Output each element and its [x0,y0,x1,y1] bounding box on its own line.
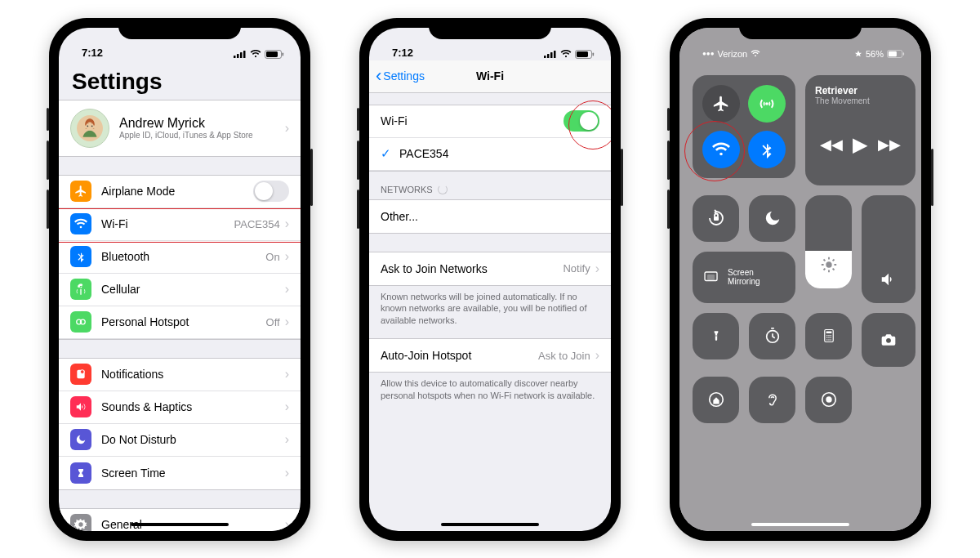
auto-join-hotspot-row[interactable]: Auto-Join Hotspot Ask to Join › [369,339,611,372]
wifi-status-icon [751,50,760,57]
cellular-row[interactable]: Cellular › [59,274,301,306]
wifi-row[interactable]: Wi-Fi PACE354 › [59,208,301,241]
airplane-mode-row[interactable]: Airplane Mode [59,176,301,208]
status-bar: ●●● Verizon 56% [679,28,921,60]
screentime-row[interactable]: Screen Time › [59,457,301,489]
screen-record-button[interactable] [805,377,852,423]
media-artist: The Movement [815,96,906,105]
chevron-right-icon: › [285,282,289,297]
sun-icon [820,256,838,277]
svg-rect-24 [577,51,588,57]
wifi-toggle[interactable] [702,131,740,168]
connectivity-module[interactable] [693,75,795,178]
svg-rect-40 [707,275,715,280]
connected-network-row[interactable]: ✓ PACE354 [369,138,611,171]
signal-icon [234,50,247,58]
hotspot-row[interactable]: Personal Hotspot Off › [59,306,301,339]
wifi-status-icon [560,50,572,58]
brightness-slider[interactable] [805,195,852,288]
location-icon [854,50,862,58]
general-row[interactable]: General › [59,509,301,531]
screen-mirroring-button[interactable]: Screen Mirroring [693,252,795,303]
other-network-row[interactable]: Other... [369,200,611,233]
media-title: Retriever [815,85,906,96]
calculator-button[interactable] [805,313,852,359]
notifications-icon [70,364,91,385]
chevron-right-icon: › [285,466,289,480]
row-value: Ask to Join [538,350,590,362]
prev-track-button[interactable]: ◀◀ [820,136,843,154]
flashlight-button[interactable] [693,313,739,359]
svg-rect-29 [714,217,719,221]
svg-point-10 [91,125,93,127]
volume-slider[interactable] [862,195,915,303]
home-indicator[interactable] [131,523,229,526]
ask-to-join-row[interactable]: Ask to Join Networks Notify › [369,252,611,285]
cellular-icon [70,279,91,300]
phone-control-center: ●●● Verizon 56% [670,18,931,541]
airplane-toggle[interactable] [702,85,740,123]
svg-point-49 [828,337,830,339]
dnd-button[interactable] [749,195,795,242]
back-label: Settings [383,69,425,83]
chevron-right-icon: › [285,217,289,231]
bluetooth-row[interactable]: Bluetooth On › [59,241,301,274]
network-name: PACE354 [399,147,599,160]
back-button[interactable]: ‹ Settings [376,60,425,92]
wifi-toggle[interactable] [564,110,599,132]
row-label: Ask to Join Networks [381,262,563,275]
hearing-button[interactable] [749,377,795,423]
svg-rect-6 [283,52,284,56]
screen-mirroring-icon [702,270,719,284]
row-label: Wi-Fi [381,114,564,127]
battery-icon [887,50,905,58]
airplane-toggle[interactable] [253,181,289,202]
home-indicator[interactable] [751,523,849,526]
svg-point-46 [828,335,830,337]
row-label: Bluetooth [101,250,265,263]
timer-button[interactable] [749,313,795,359]
row-label: Cellular [101,283,285,296]
row-label: Airplane Mode [101,185,253,198]
status-time: 7:12 [392,47,413,59]
control-center[interactable]: Retriever The Movement ◀◀ ▶ ▶▶ [679,28,921,531]
orientation-lock-button[interactable] [693,195,739,242]
home-button[interactable] [693,377,739,423]
svg-rect-14 [80,370,84,374]
svg-rect-5 [266,51,278,57]
svg-line-36 [832,268,834,270]
svg-point-48 [826,337,828,339]
svg-rect-2 [240,52,243,58]
nav-bar: ‹ Settings Wi-Fi [369,60,611,93]
camera-button[interactable] [862,313,915,367]
chevron-right-icon: › [285,517,289,531]
play-button[interactable]: ▶ [853,133,867,156]
wifi-status-icon [250,50,261,58]
media-module[interactable]: Retriever The Movement ◀◀ ▶ ▶▶ [805,75,915,185]
notifications-row[interactable]: Notifications › [59,359,301,391]
speaker-icon [880,270,898,292]
svg-point-45 [826,335,828,337]
bluetooth-toggle[interactable] [748,131,786,168]
next-track-button[interactable]: ▶▶ [878,136,901,154]
svg-line-38 [832,259,834,261]
svg-rect-1 [237,54,239,58]
cellular-toggle[interactable] [748,85,786,123]
svg-point-50 [830,337,831,339]
apple-id-row[interactable]: Andrew Myrick Apple ID, iCloud, iTunes &… [59,100,301,156]
chevron-right-icon: › [595,348,599,363]
nav-title: Wi-Fi [476,69,504,83]
svg-point-41 [715,335,717,337]
status-right [544,50,595,59]
svg-line-35 [823,259,825,261]
wifi-toggle-row[interactable]: Wi-Fi [369,105,611,138]
svg-rect-44 [826,331,831,333]
status-carrier: ●●● Verizon [702,49,760,59]
row-value: On [265,251,279,263]
chevron-right-icon: › [285,315,289,329]
sounds-row[interactable]: Sounds & Haptics › [59,391,301,424]
dnd-row[interactable]: Do Not Disturb › [59,424,301,457]
home-indicator[interactable] [441,523,539,526]
hotspot-icon [70,311,91,333]
row-label: Personal Hotspot [101,315,266,328]
